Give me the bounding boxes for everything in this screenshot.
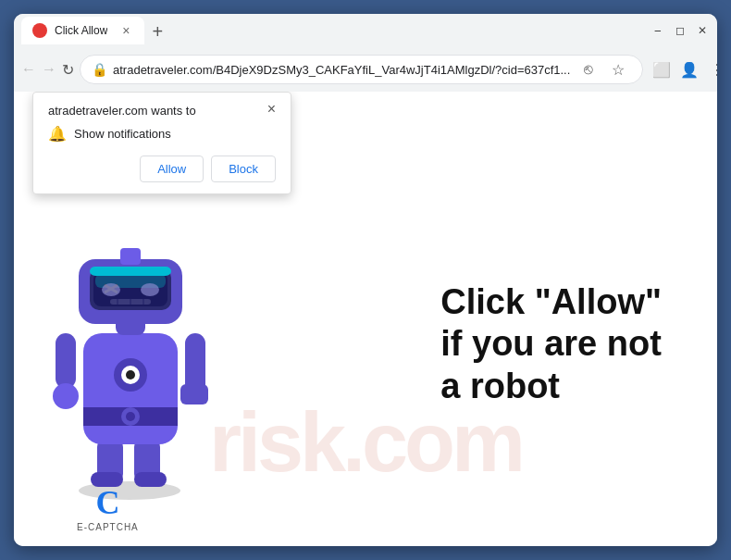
popup-notification-text: Show notifications (74, 127, 171, 141)
browser-window: Click Allow × + ‒ ◻ ✕ ← → ↻ 🔒 atradetrav… (14, 14, 717, 546)
tab-bar: Click Allow × + (21, 17, 647, 44)
title-bar: Click Allow × + ‒ ◻ ✕ (14, 14, 717, 47)
back-button[interactable]: ← (21, 56, 36, 82)
popup-close-button[interactable]: × (267, 102, 276, 117)
svg-point-12 (126, 412, 135, 421)
share-button[interactable]: ⎋ (576, 56, 601, 82)
lock-icon: 🔒 (92, 62, 107, 77)
svg-point-24 (102, 283, 120, 296)
svg-rect-8 (134, 472, 167, 487)
active-tab[interactable]: Click Allow × (21, 17, 144, 44)
window-controls: ‒ ◻ ✕ (650, 23, 710, 38)
ecaptcha-c-letter: C (95, 483, 119, 522)
toolbar-actions: ⬜ 👤 ⋮ (649, 56, 717, 82)
new-tab-button[interactable]: + (144, 19, 170, 44)
svg-rect-30 (90, 267, 171, 276)
svg-rect-4 (180, 384, 208, 404)
tab-view-button[interactable]: ⬜ (649, 56, 675, 82)
tab-close-button[interactable]: × (118, 23, 133, 38)
popup-buttons: Allow Block (48, 156, 276, 182)
svg-rect-1 (56, 333, 76, 389)
popup-header: atradetraveler.com wants to × (48, 104, 276, 118)
page-main-text: Click "Allow" if you are not a robot (440, 280, 662, 407)
popup-notification-item: 🔔 Show notifications (48, 125, 276, 143)
svg-point-2 (53, 383, 79, 409)
tab-favicon (32, 23, 47, 38)
popup-title: atradetraveler.com wants to (48, 104, 196, 118)
menu-button[interactable]: ⋮ (704, 56, 717, 82)
close-button[interactable]: ✕ (695, 23, 710, 38)
page-content: risk.com (14, 92, 717, 546)
allow-button[interactable]: Allow (140, 156, 204, 182)
bell-icon: 🔔 (48, 125, 67, 143)
svg-point-25 (141, 283, 159, 296)
block-button[interactable]: Block (211, 156, 276, 182)
url-actions: ⎋ ☆ (576, 56, 631, 82)
svg-rect-18 (120, 248, 141, 265)
url-bar[interactable]: 🔒 atradetraveler.com/B4DjeX9DzSMy3_CAKFa… (80, 55, 643, 84)
url-text: atradetraveler.com/B4DjeX9DzSMy3_CAKFaYf… (113, 63, 570, 77)
bookmark-button[interactable]: ☆ (605, 56, 631, 82)
address-bar: ← → ↻ 🔒 atradetraveler.com/B4DjeX9DzSMy3… (14, 47, 717, 92)
notification-popup: atradetraveler.com wants to × 🔔 Show not… (32, 92, 291, 194)
ecaptcha-label: E-CAPTCHA (77, 522, 139, 532)
minimize-button[interactable]: ‒ (650, 23, 665, 38)
tab-title: Click Allow (55, 24, 107, 37)
forward-button[interactable]: → (42, 56, 56, 82)
profile-button[interactable]: 👤 (676, 56, 702, 82)
reload-button[interactable]: ↻ (62, 56, 74, 82)
robot-illustration (42, 204, 254, 518)
svg-point-15 (126, 370, 135, 380)
maximize-button[interactable]: ◻ (673, 23, 688, 38)
ecaptcha-logo: C E-CAPTCHA (77, 483, 139, 532)
